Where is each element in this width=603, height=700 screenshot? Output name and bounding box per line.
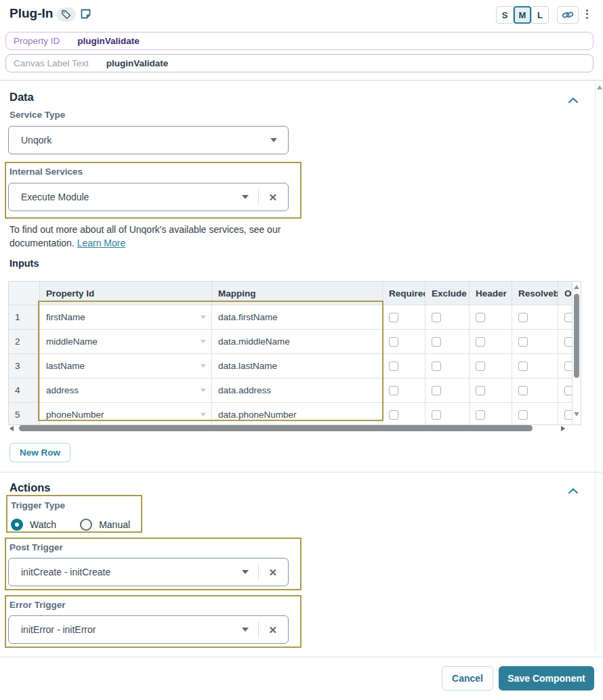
internal-services-label: Internal Services: [9, 167, 83, 177]
scroll-up-icon[interactable]: [597, 85, 602, 89]
data-section-heading: Data: [9, 91, 34, 104]
header-checkbox[interactable]: [476, 362, 485, 371]
resolveba-checkbox[interactable]: [518, 362, 528, 371]
required-checkbox[interactable]: [389, 410, 398, 420]
page-scrollbar[interactable]: [595, 81, 603, 653]
chevron-down-icon[interactable]: [270, 138, 277, 142]
op-checkbox[interactable]: [564, 386, 572, 395]
help-line2: documentation.: [9, 238, 77, 248]
dropdown-separator: [258, 189, 259, 205]
resolveba-checkbox[interactable]: [518, 337, 528, 347]
property-id-cell[interactable]: firstName: [40, 305, 212, 330]
link-icon[interactable]: [557, 6, 579, 24]
post-trigger-value: initCreate - initCreate: [21, 567, 242, 577]
mapping-cell[interactable]: data.phoneNumber: [212, 403, 383, 425]
new-row-button[interactable]: New Row: [9, 443, 70, 462]
scroll-up-icon[interactable]: [574, 285, 579, 289]
required-checkbox[interactable]: [389, 313, 398, 322]
header-checkbox[interactable]: [476, 386, 485, 395]
required-cell: [383, 403, 425, 425]
chevron-down-icon: [201, 340, 206, 343]
property-id-cell[interactable]: address: [40, 378, 212, 403]
header-checkbox[interactable]: [476, 410, 485, 420]
exclude-checkbox[interactable]: [432, 313, 441, 322]
exclude-checkbox[interactable]: [432, 410, 441, 420]
exclude-checkbox[interactable]: [432, 386, 441, 395]
kebab-menu-icon[interactable]: [584, 7, 589, 20]
clear-x-icon[interactable]: ✕: [268, 625, 277, 635]
mapping-cell[interactable]: data.address: [212, 378, 383, 403]
op-cell: [558, 354, 572, 378]
size-button-small[interactable]: S: [496, 6, 514, 24]
internal-services-value: Execute Module: [21, 192, 242, 202]
data-collapse-chevron-up-icon[interactable]: [568, 94, 579, 106]
property-id-field[interactable]: Property ID pluginValidate: [5, 32, 594, 50]
tag-icon-glyph: [61, 9, 71, 20]
post-trigger-dropdown[interactable]: initCreate - initCreate ✕: [8, 558, 289, 586]
resolveba-checkbox[interactable]: [518, 410, 528, 420]
actions-collapse-chevron-up-icon[interactable]: [568, 485, 579, 497]
op-checkbox[interactable]: [564, 362, 572, 371]
canvas-label-field[interactable]: Canvas Label Text pluginValidate: [5, 54, 594, 72]
watch-radio[interactable]: [11, 519, 23, 531]
table-horizontal-scrollbar[interactable]: [8, 424, 569, 433]
clear-x-icon[interactable]: ✕: [268, 567, 277, 577]
learn-more-link[interactable]: Learn More: [77, 238, 126, 248]
size-button-medium[interactable]: M: [514, 6, 531, 24]
table-row: 2 middleName data.middleName: [9, 330, 581, 354]
property-id-cell[interactable]: middleName: [40, 330, 212, 354]
service-type-label: Service Type: [9, 110, 65, 120]
error-trigger-dropdown[interactable]: initError - initError ✕: [8, 615, 289, 644]
table-header-row: Property Id Mapping Required Exclude Hea…: [9, 282, 581, 305]
manual-radio[interactable]: [80, 519, 92, 531]
property-id-cell[interactable]: lastName: [40, 354, 212, 378]
table-vertical-scrollbar[interactable]: [572, 282, 581, 424]
mapping-cell[interactable]: data.firstName: [212, 305, 383, 330]
clear-x-icon[interactable]: ✕: [268, 192, 277, 202]
exclude-cell: [425, 354, 470, 378]
chevron-down-icon: [201, 389, 206, 392]
chevron-down-icon[interactable]: [242, 628, 249, 632]
resolveba-checkbox[interactable]: [518, 386, 528, 395]
header-checkbox[interactable]: [476, 337, 485, 347]
mapping-cell[interactable]: data.lastName: [212, 354, 383, 378]
required-cell: [383, 378, 425, 403]
chevron-down-icon[interactable]: [242, 195, 249, 199]
cancel-button[interactable]: Cancel: [442, 666, 493, 691]
dropdown-separator: [258, 564, 259, 580]
resolveba-checkbox[interactable]: [518, 313, 528, 322]
required-checkbox[interactable]: [389, 362, 398, 371]
exclude-checkbox[interactable]: [432, 337, 441, 347]
chevron-down-icon: [201, 413, 206, 416]
header-checkbox[interactable]: [476, 313, 485, 322]
vertical-scrollbar-thumb[interactable]: [574, 294, 579, 378]
service-type-value: Unqork: [21, 135, 270, 146]
page-title: Plug-In: [9, 6, 53, 21]
op-checkbox[interactable]: [564, 337, 572, 347]
scroll-left-icon[interactable]: [9, 426, 14, 431]
canvas-label-value: pluginValidate: [106, 58, 169, 68]
internal-services-dropdown[interactable]: Execute Module ✕: [8, 183, 289, 211]
op-checkbox[interactable]: [564, 410, 572, 420]
header-header: Header: [470, 282, 512, 305]
op-cell: [558, 378, 572, 403]
chevron-down-icon[interactable]: [242, 570, 249, 574]
op-checkbox[interactable]: [564, 313, 572, 322]
save-component-button[interactable]: Save Component: [499, 666, 594, 691]
row-number: 2: [9, 330, 40, 354]
tag-icon[interactable]: [56, 7, 76, 22]
required-checkbox[interactable]: [389, 386, 398, 395]
mapping-cell[interactable]: data.middleName: [212, 330, 383, 354]
scroll-down-icon[interactable]: [574, 412, 579, 416]
property-id-cell[interactable]: phoneNumber: [40, 403, 212, 425]
note-icon[interactable]: [79, 7, 92, 23]
row-number: 1: [9, 305, 40, 330]
scroll-right-icon[interactable]: [561, 426, 565, 431]
horizontal-scrollbar-thumb[interactable]: [19, 425, 533, 431]
exclude-checkbox[interactable]: [432, 362, 441, 371]
size-button-large[interactable]: L: [531, 6, 549, 24]
property-id-label: Property ID: [14, 36, 60, 46]
inputs-table: Property Id Mapping Required Exclude Hea…: [8, 281, 581, 425]
required-checkbox[interactable]: [389, 337, 398, 347]
service-type-dropdown[interactable]: Unqork: [8, 126, 289, 154]
